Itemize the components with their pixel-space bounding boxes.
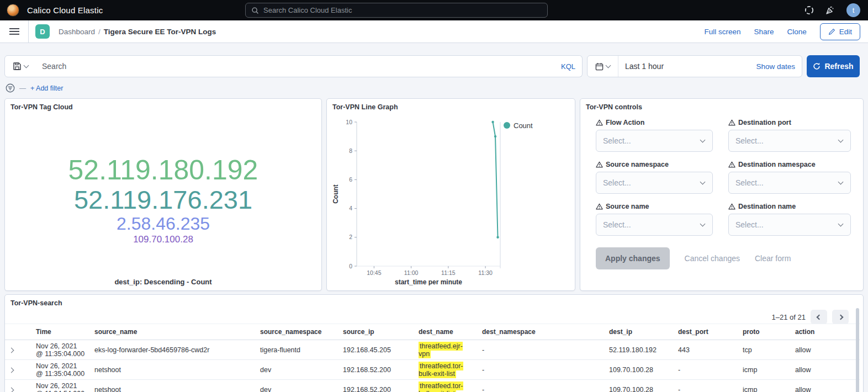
control-label: Source name <box>606 203 649 210</box>
refresh-icon <box>813 62 821 70</box>
control-label: Destination namespace <box>738 161 816 168</box>
show-dates-link[interactable]: Show dates <box>756 62 802 71</box>
controls-panel: Tor-VPN controls Flow Action Select... D… <box>580 98 864 291</box>
chevron-down-icon <box>700 137 706 143</box>
next-page-button[interactable] <box>832 310 849 324</box>
query-input[interactable] <box>42 62 555 71</box>
col-source-ip[interactable]: source_ip <box>338 324 414 340</box>
cell-action: allow <box>791 360 860 380</box>
tag-cloud-term[interactable]: 109.70.100.28 <box>133 234 193 245</box>
app-title: Calico Cloud Elastic <box>27 6 103 15</box>
cell-source_ip: 192.168.45.205 <box>338 340 414 360</box>
expand-row-button[interactable] <box>5 340 31 360</box>
cell-dest_name: threatfeed.ejr-vpn <box>414 340 478 360</box>
clear-form-button[interactable]: Clear form <box>755 254 791 263</box>
global-search[interactable] <box>245 3 548 18</box>
tag-cloud-term[interactable]: 52.119.176.231 <box>74 186 252 215</box>
time-range-value[interactable]: Last 1 hour <box>618 62 756 71</box>
breadcrumb-dashboard[interactable]: Dashboard <box>59 28 95 36</box>
warning-icon <box>596 161 603 168</box>
pagination-count: 1–21 of 21 <box>772 313 806 321</box>
query-language-button[interactable]: KQL <box>555 62 575 71</box>
destination-namespace-select[interactable]: Select... <box>728 172 851 194</box>
cancel-changes-button[interactable]: Cancel changes <box>685 254 740 263</box>
newsfeed-icon[interactable] <box>825 6 835 15</box>
tag-cloud-caption: dest_ip: Descending - Count <box>5 278 321 286</box>
user-avatar[interactable]: t <box>846 3 860 17</box>
chevron-down-icon <box>700 179 706 185</box>
select-placeholder: Select... <box>729 220 839 229</box>
x-tick-label: 11:30 <box>478 269 493 276</box>
chevron-down-icon <box>700 221 706 227</box>
panel-title: Tor-VPN controls <box>580 99 863 115</box>
cell-proto: icmp <box>738 380 791 392</box>
control-field-destination-namespace: Destination namespace Select... <box>728 161 851 194</box>
chevron-down-icon <box>23 63 29 68</box>
col-dest-namespace[interactable]: dest_namespace <box>478 324 605 340</box>
cell-action: allow <box>791 380 860 392</box>
col-dest-port[interactable]: dest_port <box>674 324 738 340</box>
legend-label[interactable]: Count <box>514 121 533 130</box>
clone-link[interactable]: Clone <box>787 28 806 36</box>
destination-port-select[interactable]: Select... <box>728 130 851 152</box>
col-dest-ip[interactable]: dest_ip <box>605 324 674 340</box>
apply-changes-button[interactable]: Apply changes <box>596 247 670 269</box>
cell-source_name: eks-log-forwarder-5bd4659786-cwd2r <box>90 340 256 360</box>
highlighted-value: threatfeed.ejr-vpn <box>419 342 463 358</box>
cell-dest_port: - <box>674 360 738 380</box>
search-icon <box>251 7 259 14</box>
global-search-input[interactable] <box>263 6 542 14</box>
source-namespace-select[interactable]: Select... <box>596 172 713 194</box>
y-tick-label: 10 <box>346 119 352 125</box>
share-link[interactable]: Share <box>754 28 774 36</box>
line-graph-panel: Tor-VPN Line Graph 024681010:4511:0011:1… <box>326 98 575 291</box>
panel-title: Tor-VPN-search <box>5 295 863 311</box>
prev-page-button[interactable] <box>811 310 827 324</box>
flow-action-select[interactable]: Select... <box>596 130 713 152</box>
x-tick-label: 11:15 <box>441 269 456 276</box>
cell-dest_namespace: - <box>478 360 605 380</box>
controls-grid: Flow Action Select... Destination port S… <box>596 119 851 269</box>
help-icon[interactable] <box>805 6 814 15</box>
control-field-source-namespace: Source namespace Select... <box>596 161 713 194</box>
add-filter-link[interactable]: + Add filter <box>30 84 63 92</box>
menu-icon <box>9 28 19 35</box>
kql-query-bar[interactable]: KQL <box>35 55 583 77</box>
full-screen-link[interactable]: Full screen <box>704 28 740 36</box>
line-chart: 024681010:4511:0011:1511:30Countstart_ti… <box>331 113 571 285</box>
expand-icon <box>9 367 14 373</box>
control-field-destination-port: Destination port Select... <box>728 119 851 152</box>
expand-row-button[interactable] <box>5 360 31 380</box>
y-axis-label: Count <box>332 184 340 204</box>
saved-query-menu[interactable] <box>4 55 36 77</box>
table-scrollbar[interactable] <box>856 308 859 392</box>
control-field-destination-name: Destination name Select... <box>728 203 851 236</box>
col-action[interactable]: action <box>791 324 860 340</box>
col-dest-name[interactable]: dest_name <box>414 324 478 340</box>
legend-swatch[interactable] <box>504 122 510 129</box>
expand-row-button[interactable] <box>5 380 31 392</box>
calico-logo-icon <box>7 4 19 17</box>
date-picker-menu[interactable] <box>588 56 618 77</box>
cell-dest_ip: 52.119.180.192 <box>605 340 674 360</box>
filter-icon[interactable] <box>6 83 15 93</box>
warning-icon <box>728 119 735 126</box>
destination-name-select[interactable]: Select... <box>728 214 851 236</box>
col-time[interactable]: Time <box>31 324 90 340</box>
tag-cloud-term[interactable]: 2.58.46.235 <box>117 214 210 234</box>
edit-button[interactable]: Edit <box>820 23 860 40</box>
tag-cloud-term[interactable]: 52.119.180.192 <box>68 155 258 186</box>
col-source-name[interactable]: source_name <box>90 324 256 340</box>
menu-button[interactable] <box>0 20 29 43</box>
tag-cloud-panel: Tor-VPN Tag Cloud 52.119.180.19252.119.1… <box>4 98 322 291</box>
chevron-down-icon <box>838 221 844 227</box>
highlighted-value: threatfeed.tor-bulk-exit-list <box>419 382 463 392</box>
col-source-namespace[interactable]: source_namespace <box>256 324 338 340</box>
cell-dest_name: threatfeed.tor-bulk-exit-list <box>414 360 478 380</box>
refresh-button[interactable]: Refresh <box>807 55 860 77</box>
col-proto[interactable]: proto <box>738 324 791 340</box>
dashboard-badge: D <box>35 24 50 39</box>
save-query-icon <box>13 62 22 71</box>
source-name-select[interactable]: Select... <box>596 214 713 236</box>
cell-time: Nov 26, 2021 @ 11:35:04.000 <box>31 340 90 360</box>
